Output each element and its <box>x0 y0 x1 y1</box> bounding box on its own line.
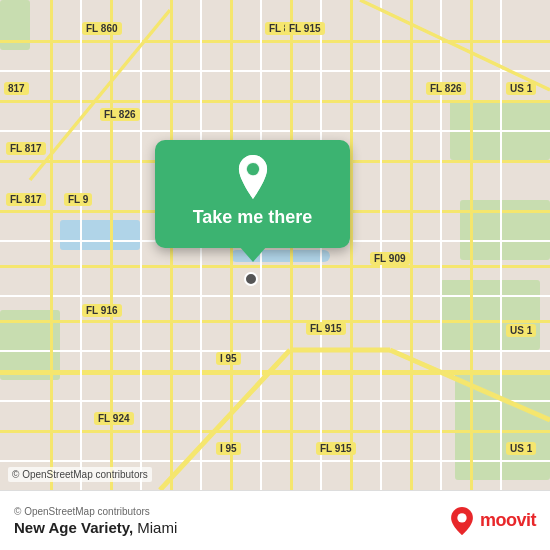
road-v-thin-2 <box>140 0 142 490</box>
road-h-thin-5 <box>0 350 550 352</box>
bottom-bar: © OpenStreetMap contributors New Age Var… <box>0 490 550 550</box>
road-v-thin-8 <box>500 0 502 490</box>
road-label-fl909: FL 909 <box>370 252 410 265</box>
road-v-8 <box>470 0 473 490</box>
moovit-pin-icon <box>448 507 476 535</box>
bottom-attribution: © OpenStreetMap contributors <box>14 506 177 517</box>
road-h-6 <box>0 320 550 323</box>
road-v-thin-1 <box>80 0 82 490</box>
place-name: New Age Variety, <box>14 519 133 536</box>
green-area-4 <box>440 280 540 350</box>
road-label-fl916: FL 916 <box>82 304 122 317</box>
map-pin-marker <box>244 272 258 286</box>
road-label-fl826: FL 826 <box>100 108 140 121</box>
road-label-817: 817 <box>4 82 29 95</box>
road-label-fl915-mid: FL 915 <box>306 322 346 335</box>
map: FL 860 FL 860 817 FL 826 FL 826 US 1 FL … <box>0 0 550 490</box>
road-v-7 <box>410 0 413 490</box>
location-pin-icon <box>231 155 275 199</box>
road-label-fl915-top2: FL 915 <box>285 22 325 35</box>
road-label-i95-1: I 95 <box>216 352 241 365</box>
road-label-fl826-right: FL 826 <box>426 82 466 95</box>
water-area <box>60 220 140 250</box>
road-label-us1-top: US 1 <box>506 82 536 95</box>
road-v-1 <box>50 0 53 490</box>
svg-point-5 <box>246 163 258 175</box>
road-label-fl924: FL 924 <box>94 412 134 425</box>
road-h-2 <box>0 100 550 103</box>
road-h-7 <box>0 430 550 433</box>
road-h-thin-4 <box>0 295 550 297</box>
road-v-thin-7 <box>440 0 442 490</box>
road-label-fl817-1: FL 817 <box>6 142 46 155</box>
place-city: Miami <box>137 519 177 536</box>
map-attribution: © OpenStreetMap contributors <box>8 467 152 482</box>
road-v-thin-6 <box>380 0 382 490</box>
road-label-us1-mid: US 1 <box>506 324 536 337</box>
moovit-logo: moovit <box>448 507 536 535</box>
road-h-thin-7 <box>0 460 550 462</box>
road-h-thin-1 <box>0 70 550 72</box>
road-v-6 <box>350 0 353 490</box>
road-h-1 <box>0 40 550 43</box>
road-h-thin-6 <box>0 400 550 402</box>
green-area-5 <box>460 200 550 260</box>
road-h-i95 <box>0 370 550 375</box>
road-label-i95-2: I 95 <box>216 442 241 455</box>
road-label-fl915-bot: FL 915 <box>316 442 356 455</box>
location-popup[interactable]: Take me there <box>155 140 350 248</box>
popup-label: Take me there <box>193 207 313 228</box>
road-label-us1-bot: US 1 <box>506 442 536 455</box>
road-label-fl817-2: FL 817 <box>6 193 46 206</box>
svg-line-4 <box>360 0 550 90</box>
svg-point-6 <box>457 513 466 522</box>
moovit-label: moovit <box>480 510 536 531</box>
road-h-5 <box>0 265 550 268</box>
road-label-fl860-left: FL 860 <box>82 22 122 35</box>
road-label-fl9: FL 9 <box>64 193 92 206</box>
road-h-thin-2 <box>0 130 550 132</box>
